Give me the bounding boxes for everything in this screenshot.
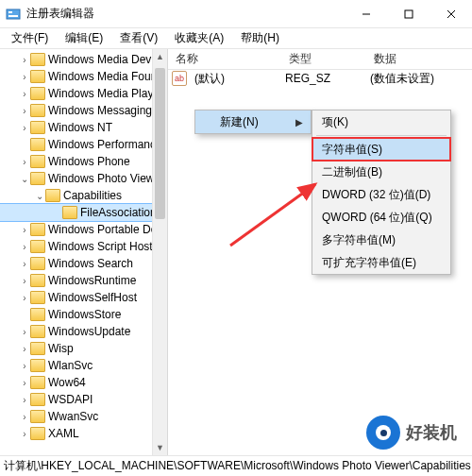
tree-item[interactable]: ›WSDAPI (0, 391, 167, 408)
tree-item[interactable]: ›Windows Portable Dev (0, 221, 167, 238)
expander-closed-icon[interactable]: › (19, 157, 30, 167)
folder-icon (30, 410, 45, 423)
menu-view[interactable]: 查看(V) (112, 28, 165, 48)
expander-closed-icon[interactable]: › (19, 344, 30, 354)
expander-closed-icon[interactable]: › (19, 55, 30, 65)
tree-item-label: WindowsUpdate (48, 325, 130, 338)
status-path: 计算机\HKEY_LOCAL_MACHINE\SOFTWARE\Microsof… (4, 458, 471, 474)
expander-closed-icon[interactable]: › (19, 293, 30, 303)
tree-item[interactable]: FileAssociations (0, 204, 167, 221)
expander-closed-icon[interactable]: › (19, 242, 30, 252)
menu-file[interactable]: 文件(F) (4, 28, 56, 48)
folder-icon (30, 70, 45, 83)
ctx-sub-item[interactable]: 多字符串值(M) (312, 229, 450, 251)
watermark-eye-icon (366, 416, 400, 450)
expander-closed-icon[interactable]: › (19, 395, 30, 405)
tree-item[interactable]: ›Windows Search (0, 255, 167, 272)
tree-item[interactable]: WindowsStore (0, 306, 167, 323)
ctx-sub-item[interactable]: 二进制值(B) (312, 161, 450, 183)
ctx-new-label: 新建(N) (220, 114, 259, 130)
folder-icon (30, 223, 45, 236)
expander-closed-icon[interactable]: › (19, 429, 30, 439)
expander-closed-icon[interactable]: › (19, 276, 30, 286)
tree-item[interactable]: ›Wisp (0, 340, 167, 357)
tree-item[interactable]: ›Windows Phone (0, 153, 167, 170)
tree-item-label: Windows Media Found (48, 70, 163, 83)
menu-edit[interactable]: 编辑(E) (58, 28, 110, 48)
tree-item[interactable]: ›Windows Messaging S (0, 102, 167, 119)
tree-item[interactable]: Windows Performance (0, 136, 167, 153)
tree-scrollbar[interactable]: ▲ ▼ (152, 49, 167, 455)
tree-item-label: Capabilities (63, 189, 122, 202)
tree-item-label: Wow64 (48, 376, 86, 389)
expander-closed-icon[interactable]: › (19, 123, 30, 133)
folder-icon (30, 138, 45, 151)
status-bar: 计算机\HKEY_LOCAL_MACHINE\SOFTWARE\Microsof… (0, 455, 472, 476)
tree-item[interactable]: ›XAML (0, 425, 167, 442)
tree-item-label: Windows Search (48, 257, 133, 270)
col-name[interactable]: 名称 (168, 51, 281, 67)
folder-icon (30, 308, 45, 321)
ctx-sub-item[interactable]: QWORD (64 位)值(Q) (312, 206, 450, 229)
tree-item[interactable]: ›Wow64 (0, 374, 167, 391)
tree-item[interactable]: ›Windows Media Found (0, 68, 167, 85)
folder-icon (30, 121, 45, 134)
tree-item[interactable]: ›WwanSvc (0, 408, 167, 425)
ctx-new[interactable]: 新建(N) ▶ (195, 110, 311, 133)
expander-closed-icon[interactable]: › (19, 327, 30, 337)
ctx-sub-item[interactable]: 可扩充字符串值(E) (312, 251, 450, 274)
registry-tree[interactable]: ›Windows Media Device›Windows Media Foun… (0, 49, 168, 455)
expander-closed-icon[interactable]: › (19, 412, 30, 422)
tree-item-label: Windows Media Player (48, 87, 163, 100)
tree-item-label: WindowsSelfHost (48, 291, 137, 304)
tree-item-label: Windows Script Host (48, 240, 153, 253)
menubar: 文件(F) 编辑(E) 查看(V) 收藏夹(A) 帮助(H) (0, 28, 472, 49)
ctx-sub-item[interactable]: 项(K) (312, 110, 450, 133)
svg-rect-4 (405, 10, 413, 18)
expander-open-icon[interactable]: ⌄ (34, 191, 45, 201)
expander-closed-icon[interactable]: › (19, 259, 30, 269)
value-type: REG_SZ (281, 72, 366, 85)
expander-open-icon[interactable]: ⌄ (19, 174, 30, 184)
expander-closed-icon[interactable]: › (19, 378, 30, 388)
ctx-sub-label: 字符串值(S) (322, 142, 382, 158)
folder-icon (30, 325, 45, 338)
col-type[interactable]: 类型 (281, 51, 366, 67)
watermark: 好装机 (366, 416, 457, 450)
ctx-sub-item[interactable]: DWORD (32 位)值(D) (312, 183, 450, 206)
col-data[interactable]: 数据 (366, 51, 472, 67)
ctx-sub-item[interactable]: 字符串值(S) (312, 138, 450, 161)
tree-item[interactable]: ⌄Capabilities (0, 187, 167, 204)
context-submenu-new: 项(K)字符串值(S)二进制值(B)DWORD (32 位)值(D)QWORD … (312, 110, 451, 275)
list-row[interactable]: ab (默认) REG_SZ (数值未设置) (168, 70, 472, 87)
svg-rect-2 (8, 15, 18, 17)
close-button[interactable] (430, 0, 472, 28)
menu-favorites[interactable]: 收藏夹(A) (167, 28, 231, 48)
expander-closed-icon[interactable]: › (19, 225, 30, 235)
scroll-thumb[interactable] (155, 68, 165, 219)
menu-help[interactable]: 帮助(H) (233, 28, 287, 48)
tree-item[interactable]: ›Windows Script Host (0, 238, 167, 255)
scroll-down-icon[interactable]: ▼ (153, 440, 167, 455)
tree-item[interactable]: ›Windows Media Device (0, 51, 167, 68)
minimize-button[interactable] (345, 0, 387, 28)
list-header: 名称 类型 数据 (168, 49, 472, 70)
expander-closed-icon[interactable]: › (19, 106, 30, 116)
tree-item[interactable]: ›WindowsRuntime (0, 272, 167, 289)
tree-item[interactable]: ›WindowsSelfHost (0, 289, 167, 306)
folder-icon (30, 53, 45, 66)
tree-item[interactable]: ›WlanSvc (0, 357, 167, 374)
watermark-text: 好装机 (406, 421, 457, 444)
titlebar: 注册表编辑器 (0, 0, 472, 28)
tree-item[interactable]: ›Windows Media Player (0, 85, 167, 102)
expander-closed-icon[interactable]: › (19, 89, 30, 99)
tree-item[interactable]: ›WindowsUpdate (0, 323, 167, 340)
regedit-icon (6, 7, 21, 22)
expander-closed-icon[interactable]: › (19, 361, 30, 371)
scroll-up-icon[interactable]: ▲ (153, 49, 167, 64)
tree-item[interactable]: ⌄Windows Photo Viewer (0, 170, 167, 187)
tree-item-label: Windows Phone (48, 155, 130, 168)
maximize-button[interactable] (387, 0, 430, 28)
expander-closed-icon[interactable]: › (19, 72, 30, 82)
tree-item[interactable]: ›Windows NT (0, 119, 167, 136)
